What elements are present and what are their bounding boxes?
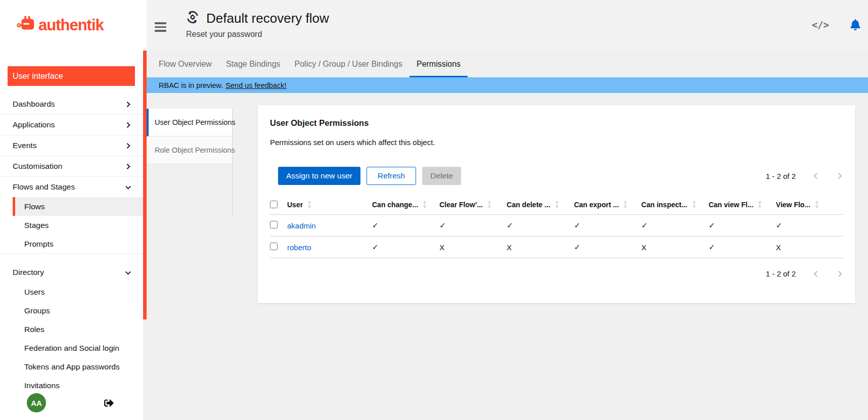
sidebar-item-roles[interactable]: Roles <box>13 320 143 339</box>
pagination-next-icon[interactable] <box>836 270 843 277</box>
permission-value-cell: X <box>439 237 507 258</box>
column-header-can-delete[interactable]: Can delete ... <box>507 196 574 215</box>
sidebar-item-flows-and-stages[interactable]: Flows and Stages <box>0 177 143 197</box>
page-tabs: Flow OverviewStage BindingsPolicy / Grou… <box>147 51 868 77</box>
sidebar-item-label: Customisation <box>13 162 62 171</box>
sidebar-item-flows[interactable]: Flows <box>13 197 143 216</box>
column-header-label: Can export ... <box>574 201 619 209</box>
nav-section-flows-and-stages: Flows and StagesFlowsStagesPrompts <box>0 177 143 253</box>
sort-icon <box>555 201 559 210</box>
assign-to-new-user-button[interactable]: Assign to new user <box>278 167 360 185</box>
sidebar-item-federation-and-social-login[interactable]: Federation and Social login <box>13 339 143 357</box>
sidebar-item-applications[interactable]: Applications <box>0 115 143 135</box>
refresh-button[interactable]: Refresh <box>367 167 416 185</box>
sidebar-item-label: Directory <box>13 268 44 277</box>
sidebar-item-customisation[interactable]: Customisation <box>0 156 143 176</box>
column-header-can-inspect[interactable]: Can inspect... <box>642 196 709 215</box>
permission-value-cell: X <box>642 237 709 258</box>
select-all-cell <box>270 196 287 215</box>
avatar[interactable]: AA <box>27 393 46 412</box>
sidebar-item-invitations[interactable]: Invitations <box>13 376 143 395</box>
chevron-down-icon <box>125 184 131 191</box>
sidebar-item-label: Applications <box>13 120 55 129</box>
api-code-icon[interactable]: </> <box>812 19 829 30</box>
column-header-label: Can inspect... <box>642 201 688 209</box>
row-checkbox[interactable] <box>270 221 278 228</box>
column-header-label: User <box>287 201 303 209</box>
user-link-roberto[interactable]: roberto <box>287 243 311 252</box>
sidebar-item-users[interactable]: Users <box>13 283 143 301</box>
user-cell: roberto <box>287 237 372 258</box>
feedback-link[interactable]: Send us feedback! <box>225 81 286 89</box>
banner-text: RBAC is in preview. <box>159 81 223 89</box>
permission-value-cell: ✓ <box>709 237 776 258</box>
sidebar-item-stages[interactable]: Stages <box>13 216 143 235</box>
header-actions: </> <box>812 19 860 30</box>
sidebar-item-dashboards[interactable]: Dashboards <box>0 94 143 114</box>
sidebar-accent-bar <box>143 51 147 319</box>
sidebar-item-groups[interactable]: Groups <box>13 301 143 320</box>
permission-tabs: User Object PermissionsRole Object Permi… <box>147 109 233 215</box>
logout-icon[interactable] <box>104 398 114 408</box>
sidebar-item-prompts[interactable]: Prompts <box>13 235 143 253</box>
row-select-cell <box>270 237 287 258</box>
user-cell: akadmin <box>287 215 372 237</box>
notification-bell-icon[interactable] <box>850 19 860 30</box>
sort-icon <box>758 201 762 210</box>
row-checkbox[interactable] <box>270 243 278 250</box>
column-header-user[interactable]: User <box>287 196 372 215</box>
sidebar-item-events[interactable]: Events <box>0 135 143 156</box>
permission-value-cell: ✓ <box>372 215 439 237</box>
column-header-can-change[interactable]: Can change... <box>372 196 439 215</box>
pagination-label: 1 - 2 of 2 <box>766 269 796 278</box>
chevron-right-icon <box>125 163 131 170</box>
authentik-admin-app: authentik User interface DashboardsAppli… <box>0 0 868 420</box>
user-interface-button[interactable]: User interface <box>8 66 135 86</box>
sort-icon <box>815 201 819 210</box>
column-header-view-flo[interactable]: View Flo... <box>776 196 843 215</box>
sidebar-item-label: Dashboards <box>13 100 55 109</box>
sidebar-item-tokens-and-app-passwords[interactable]: Tokens and App passwords <box>13 357 143 376</box>
toolbar: Assign to new userRefreshDelete 1 - 2 of… <box>270 167 843 185</box>
user-link-akadmin[interactable]: akadmin <box>287 221 316 230</box>
tab-policy-group-user-bindings[interactable]: Policy / Group / User Bindings <box>288 51 409 77</box>
tab-stage-bindings[interactable]: Stage Bindings <box>219 51 288 77</box>
rbac-preview-banner: RBAC is in preview. Send us feedback! <box>147 77 868 93</box>
content-area: User Object PermissionsRole Object Permi… <box>147 93 868 420</box>
select-all-checkbox[interactable] <box>270 201 278 208</box>
chevron-right-icon <box>125 101 131 108</box>
nav-section-customisation: Customisation <box>0 156 143 176</box>
permission-value-cell: X <box>507 237 574 258</box>
delete-button: Delete <box>422 167 461 185</box>
tab-flow-overview[interactable]: Flow Overview <box>152 51 219 77</box>
page-title: Default recovery flow <box>206 11 329 26</box>
column-header-can-view-fl[interactable]: Can view Fl... <box>709 196 776 215</box>
nav-section-events: Events <box>0 135 143 156</box>
pagination-prev-icon[interactable] <box>812 172 819 179</box>
nav-section-applications: Applications <box>0 115 143 135</box>
nav-divider <box>0 253 143 254</box>
permission-value-cell: ✓ <box>574 237 641 258</box>
table-row: akadmin✓✓✓✓✓✓✓ <box>270 215 843 237</box>
menu-toggle-icon[interactable] <box>155 22 166 32</box>
tab-permissions[interactable]: Permissions <box>409 51 468 77</box>
permission-value-cell: ✓ <box>507 215 574 237</box>
column-header-label: Can view Fl... <box>709 201 754 209</box>
pagination-next-icon[interactable] <box>836 172 843 179</box>
pagination-prev-icon[interactable] <box>812 270 819 277</box>
vtab-user-object-permissions[interactable]: User Object Permissions <box>147 109 232 136</box>
authentik-wordmark: authentik <box>38 16 104 34</box>
authentik-logo-icon <box>17 15 36 35</box>
page-subtitle: Reset your password <box>186 30 329 39</box>
permission-value-cell: ✓ <box>709 215 776 237</box>
chevron-right-icon <box>125 122 131 128</box>
authentik-logo[interactable]: authentik <box>17 15 104 35</box>
table-header-row: UserCan change...Clear Flow'...Can delet… <box>270 196 843 215</box>
sidebar-item-label: Events <box>13 141 36 150</box>
sort-icon <box>307 201 311 210</box>
vtab-role-object-permissions[interactable]: Role Object Permissions <box>147 136 232 164</box>
column-header-clear-flow[interactable]: Clear Flow'... <box>439 196 507 215</box>
sidebar-item-directory[interactable]: Directory <box>0 262 143 283</box>
column-header-can-export[interactable]: Can export ... <box>574 196 641 215</box>
sidebar-nav: DashboardsApplicationsEventsCustomisatio… <box>0 94 143 395</box>
